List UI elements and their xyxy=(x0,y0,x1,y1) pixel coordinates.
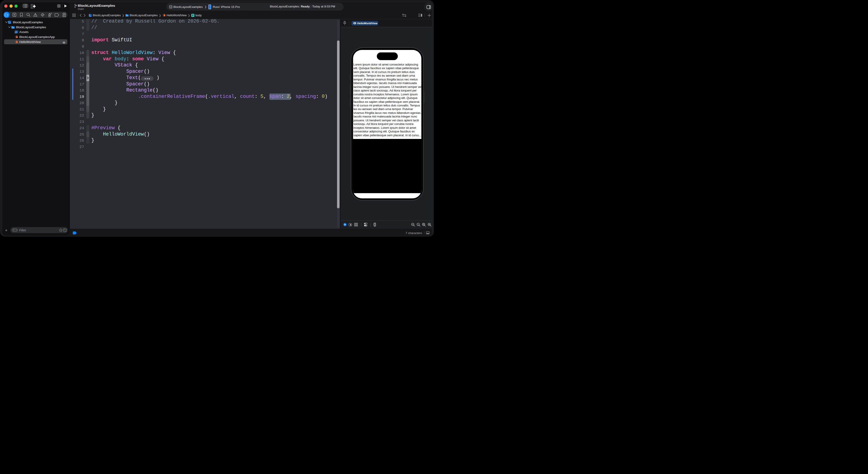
svg-text:1: 1 xyxy=(417,223,418,225)
